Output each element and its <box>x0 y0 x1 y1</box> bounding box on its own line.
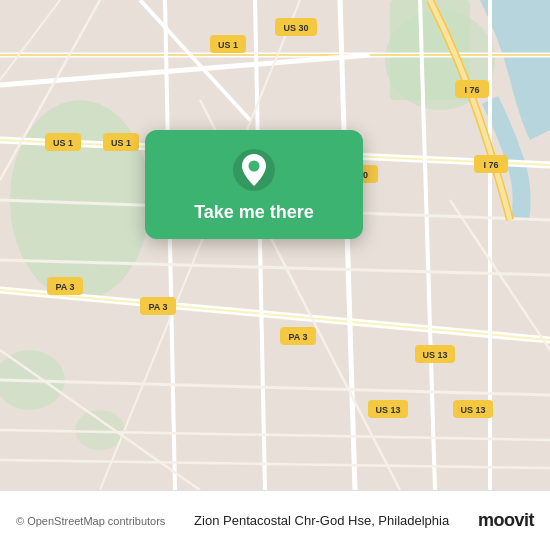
svg-text:US 1: US 1 <box>53 138 73 148</box>
svg-point-5 <box>75 410 125 450</box>
svg-text:US 1: US 1 <box>218 40 238 50</box>
svg-text:I 76: I 76 <box>483 160 498 170</box>
map-container: US 30 US 1 US 1 US 1 30 I 76 I 76 PA 3 P… <box>0 0 550 490</box>
svg-text:PA 3: PA 3 <box>288 332 307 342</box>
svg-text:PA 3: PA 3 <box>148 302 167 312</box>
location-title: Zion Pentacostal Chr-God Hse, Philadelph… <box>165 513 478 528</box>
moovit-logo-text: moovit <box>478 510 534 530</box>
svg-text:I 76: I 76 <box>464 85 479 95</box>
svg-text:US 13: US 13 <box>422 350 447 360</box>
take-me-there-label: Take me there <box>194 202 314 223</box>
svg-text:US 13: US 13 <box>375 405 400 415</box>
bottom-bar: © OpenStreetMap contributors Zion Pentac… <box>0 490 550 550</box>
map-attribution: © OpenStreetMap contributors <box>16 515 165 527</box>
svg-text:PA 3: PA 3 <box>55 282 74 292</box>
take-me-there-button[interactable]: Take me there <box>145 130 363 239</box>
svg-text:US 13: US 13 <box>460 405 485 415</box>
moovit-logo: moovit <box>478 510 534 531</box>
location-pin-icon <box>232 148 276 192</box>
svg-text:US 30: US 30 <box>283 23 308 33</box>
svg-point-57 <box>249 161 260 172</box>
svg-text:US 1: US 1 <box>111 138 131 148</box>
